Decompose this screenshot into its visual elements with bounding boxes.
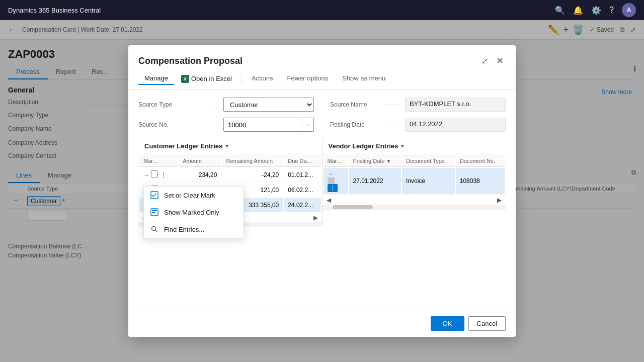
- source-type-select[interactable]: Customer Vendor: [223, 98, 314, 112]
- source-no-form-label: Source No.: [138, 121, 189, 128]
- modal-footer: OK Cancel: [128, 310, 516, 337]
- vendor-doc-no: 108038: [456, 168, 505, 195]
- customer-ledger-title: Customer Ledger Entries: [144, 142, 222, 150]
- avatar[interactable]: A: [622, 3, 636, 17]
- svg-rect-2: [152, 210, 157, 211]
- row-due-date: 06.02.2...: [284, 183, 320, 197]
- gear-icon[interactable]: ⚙️: [591, 6, 601, 15]
- vendor-ledger-header: Vendor Ledger Entries ▾: [323, 138, 506, 154]
- ribbon-separator: [241, 74, 242, 84]
- source-no-lookup-button[interactable]: ···: [302, 118, 313, 131]
- vendor-col-posting-date: Posting Date ▼: [349, 155, 401, 167]
- source-no-group: Source No. ···: [138, 118, 314, 132]
- vendor-doc-type: Invoice: [402, 168, 455, 195]
- row-arrow-cell: → ⋮: [139, 168, 178, 182]
- vendor-scroll-arrows: ◀ ▶: [323, 196, 506, 205]
- excel-icon: X: [181, 75, 189, 83]
- context-menu-find-entries[interactable]: Find Entries...: [144, 221, 244, 238]
- row-due-date: 01.01.2...: [284, 168, 320, 182]
- top-bar-icons: 🔍 🔔 ⚙️ ? A: [555, 3, 636, 17]
- modal-title: Compensation Proposal: [138, 56, 243, 66]
- source-name-value: BYT-KOMPLET s.r.o.: [405, 98, 506, 112]
- find-entries-icon: [150, 225, 159, 234]
- customer-ledger-header: Customer Ledger Entries ▾: [138, 138, 322, 154]
- form-row-1: Source Type Customer Vendor Source Name …: [138, 98, 506, 112]
- vendor-ledger-title: Vendor Ledger Entries: [329, 142, 398, 150]
- top-bar: Dynamics 365 Business Central 🔍 🔔 ⚙️ ? A: [0, 0, 644, 20]
- col-due-date: Due Da...: [284, 155, 320, 167]
- vendor-scroll-right[interactable]: ▶: [497, 197, 502, 204]
- show-marked-label: Show Marked Only: [164, 209, 219, 216]
- vendor-scroll-track[interactable]: [323, 205, 506, 210]
- modal-header-actions: ⤢ ✕: [479, 53, 506, 68]
- row-three-dots[interactable]: ⋮: [160, 171, 167, 179]
- source-no-input[interactable]: [224, 118, 302, 131]
- ribbon-tab-fewer-options[interactable]: Fewer options: [281, 72, 335, 85]
- row-arrow: →: [143, 172, 149, 179]
- app-title: Dynamics 365 Business Central: [8, 7, 547, 14]
- posting-date-group: Posting Date 04.12.2022: [330, 118, 506, 132]
- ribbon-tab-manage[interactable]: Manage: [138, 72, 174, 85]
- bell-icon[interactable]: 🔔: [573, 6, 583, 15]
- ribbon-tab-actions[interactable]: Actions: [246, 72, 279, 85]
- vendor-row-arrow: →: [328, 170, 334, 177]
- table-row: → ⋮ 27.01.2022 Invoice 108038: [324, 168, 505, 195]
- form-row-2: Source No. ··· Posting Date 04.12.2022: [138, 118, 506, 132]
- context-menu-set-clear-mark[interactable]: Set or Clear Mark: [144, 187, 244, 204]
- vendor-col-doc-no: Document No.: [456, 155, 505, 167]
- ok-button[interactable]: OK: [431, 316, 464, 331]
- vendor-ledger-chevron[interactable]: ▾: [401, 143, 404, 149]
- sort-icon[interactable]: ▼: [386, 158, 391, 164]
- modal-body: Source Type Customer Vendor Source Name …: [128, 89, 516, 310]
- source-type-form-label: Source Type: [138, 101, 189, 108]
- set-clear-mark-label: Set or Clear Mark: [164, 192, 215, 199]
- posting-date-form-label: Posting Date: [330, 121, 380, 128]
- cancel-button[interactable]: Cancel: [468, 316, 506, 331]
- row-remaining: -24,20: [222, 168, 283, 182]
- table-row: → ⋮ 234,20 -24,20 01.01.2...: [139, 168, 321, 182]
- modal-close-button[interactable]: ✕: [494, 53, 506, 68]
- vendor-col-mar: Mar...: [324, 155, 348, 167]
- show-marked-icon: [150, 208, 159, 217]
- search-icon[interactable]: 🔍: [555, 6, 565, 15]
- col-amount: Amount: [179, 155, 221, 167]
- row-due-date: 24.02.2...: [284, 198, 320, 212]
- customer-ledger-pane: Customer Ledger Entries ▾ Mar... Amount …: [138, 138, 323, 227]
- vendor-ledger-pane: Vendor Ledger Entries ▾ Mar... Posting D…: [323, 138, 506, 227]
- open-in-excel-button[interactable]: X Open in Excel: [176, 73, 237, 85]
- vendor-row-controls: → ⋮: [324, 168, 348, 195]
- open-excel-label: Open in Excel: [191, 75, 232, 82]
- find-entries-label: Find Entries...: [164, 226, 204, 233]
- vendor-scroll-left[interactable]: ◀: [327, 197, 331, 204]
- context-menu-show-marked[interactable]: Show Marked Only: [144, 204, 244, 221]
- vendor-row-three-dots[interactable]: ⋮: [328, 184, 338, 192]
- ledger-container: Customer Ledger Entries ▾ Mar... Amount …: [138, 138, 506, 227]
- vendor-ledger-table: Mar... Posting Date ▼ Document Type Docu…: [323, 154, 506, 196]
- modal-overlay: Compensation Proposal ⤢ ✕ Manage X Open …: [0, 20, 644, 362]
- svg-rect-3: [152, 212, 155, 213]
- modal-maximize-button[interactable]: ⤢: [479, 53, 490, 68]
- source-type-group: Source Type Customer Vendor: [138, 98, 314, 112]
- source-name-group: Source Name BYT-KOMPLET s.r.o.: [330, 98, 506, 112]
- posting-date-value: 04.12.2022: [405, 118, 506, 132]
- svg-point-4: [152, 227, 156, 231]
- col-mar: Mar...: [139, 155, 178, 167]
- customer-ledger-chevron[interactable]: ▾: [225, 143, 228, 149]
- row-amount: 234,20: [179, 168, 221, 182]
- vendor-scroll-thumb[interactable]: [333, 205, 373, 209]
- scroll-right-arrow[interactable]: ▶: [313, 214, 318, 221]
- col-remaining: Remaining Amount: [222, 155, 283, 167]
- set-clear-mark-icon: [150, 191, 159, 200]
- compensation-proposal-dialog: Compensation Proposal ⤢ ✕ Manage X Open …: [128, 45, 516, 337]
- vendor-row-checkbox[interactable]: [328, 177, 335, 185]
- vendor-posting-date: 27.01.2022: [349, 168, 401, 195]
- modal-header: Compensation Proposal ⤢ ✕: [128, 45, 516, 68]
- row-checkbox[interactable]: [151, 170, 158, 177]
- vendor-col-doc-type: Document Type: [402, 155, 455, 167]
- help-icon[interactable]: ?: [609, 6, 614, 15]
- modal-ribbon: Manage X Open in Excel Actions Fewer opt…: [128, 68, 516, 89]
- context-menu: Set or Clear Mark Show Marked Only: [143, 186, 244, 238]
- ribbon-tab-show-as-menu[interactable]: Show as menu: [336, 72, 391, 85]
- source-name-form-label: Source Name: [330, 101, 380, 108]
- source-no-input-group: ···: [223, 118, 314, 132]
